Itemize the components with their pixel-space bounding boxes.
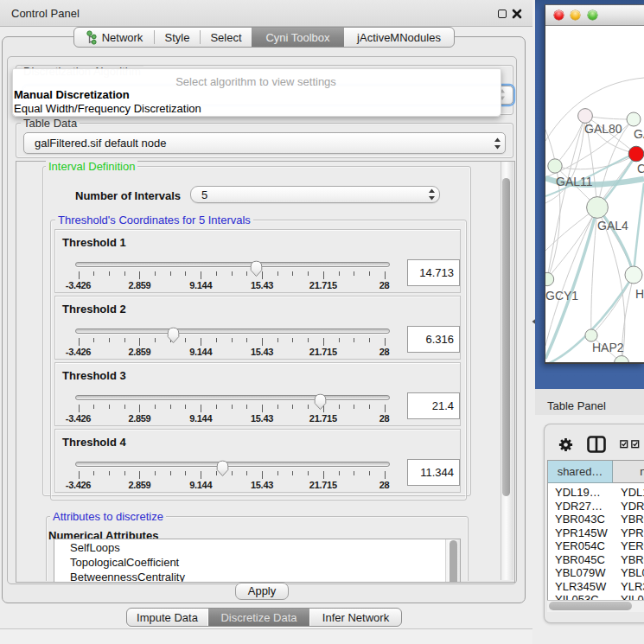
svg-text:C: C bbox=[637, 162, 644, 175]
svg-text:HAP2: HAP2 bbox=[592, 341, 624, 354]
svg-text:GAL4: GAL4 bbox=[597, 219, 628, 233]
svg-text:GAL80: GAL80 bbox=[584, 122, 622, 136]
svg-text:H: H bbox=[635, 287, 644, 301]
svg-text:GA: GA bbox=[634, 127, 644, 141]
svg-text:GAL11: GAL11 bbox=[556, 175, 593, 188]
svg-text:GCY1: GCY1 bbox=[545, 289, 578, 303]
